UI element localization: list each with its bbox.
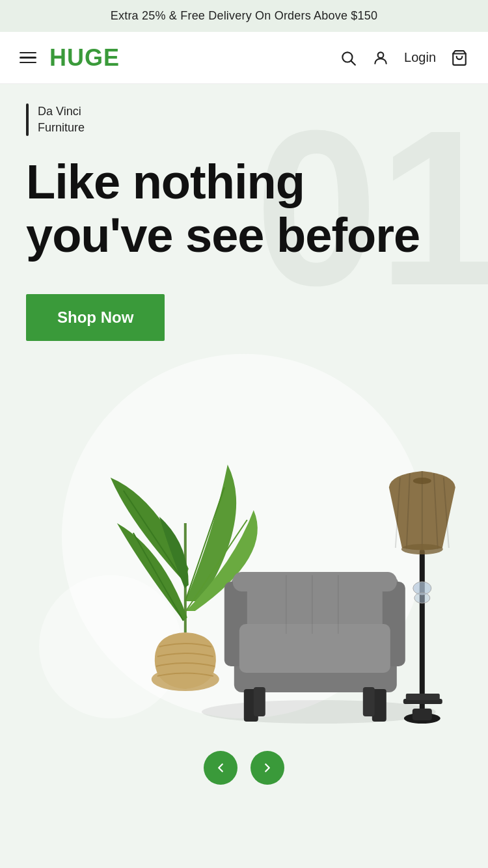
login-button[interactable]: Login xyxy=(404,50,436,65)
announcement-text: Extra 25% & Free Delivery On Orders Abov… xyxy=(111,9,377,22)
menu-icon[interactable] xyxy=(20,52,36,64)
shop-now-button[interactable]: Shop Now xyxy=(26,294,165,341)
svg-rect-21 xyxy=(363,687,375,716)
svg-point-35 xyxy=(401,544,443,554)
svg-point-2 xyxy=(378,52,384,58)
hero-prev-button[interactable] xyxy=(204,751,237,785)
svg-point-36 xyxy=(413,478,431,484)
hero-brand-bar xyxy=(26,103,29,136)
svg-line-1 xyxy=(351,61,355,64)
hero-product-area xyxy=(26,367,462,731)
svg-point-11 xyxy=(202,700,436,724)
account-icon[interactable] xyxy=(372,49,390,67)
svg-rect-16 xyxy=(239,624,390,673)
hero-next-button[interactable] xyxy=(251,751,284,785)
svg-rect-38 xyxy=(406,694,440,700)
cart-icon[interactable] xyxy=(450,49,468,67)
logo[interactable]: HUGE xyxy=(49,44,339,72)
search-icon[interactable] xyxy=(339,49,357,67)
svg-rect-27 xyxy=(413,709,432,720)
svg-rect-25 xyxy=(420,549,425,718)
hero-section: 01 Da VinciFurniture Like nothing you've… xyxy=(0,84,488,832)
hero-brand: Da VinciFurniture xyxy=(26,103,462,136)
hero-furniture-image xyxy=(59,380,462,731)
svg-rect-20 xyxy=(254,687,265,716)
hero-navigation xyxy=(26,731,462,798)
hero-headline: Like nothing you've see before xyxy=(26,156,462,262)
svg-rect-17 xyxy=(233,572,397,591)
header: HUGE Login xyxy=(0,32,488,84)
svg-point-29 xyxy=(414,593,430,603)
header-actions: Login xyxy=(339,49,468,67)
hero-brand-text: Da VinciFurniture xyxy=(38,103,85,136)
announcement-bar: Extra 25% & Free Delivery On Orders Abov… xyxy=(0,0,488,32)
